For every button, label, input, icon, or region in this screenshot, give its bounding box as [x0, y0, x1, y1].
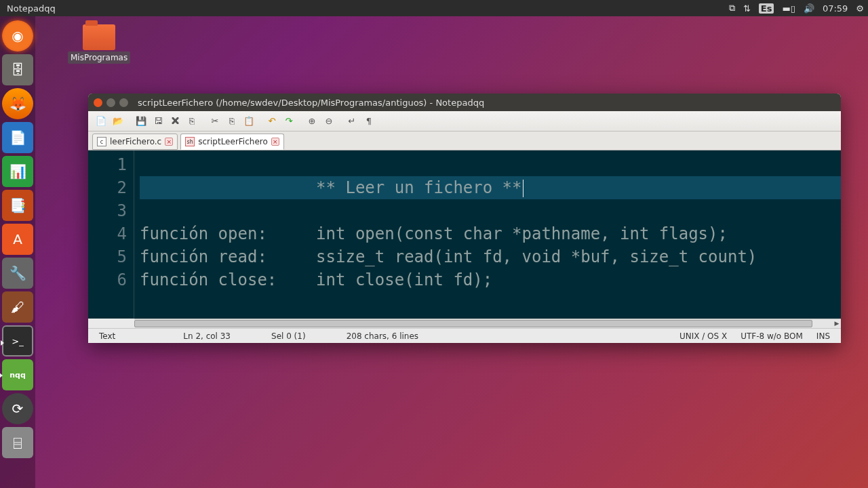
line-number-gutter: 123456 — [88, 150, 134, 319]
desktop-folder-misprogramas[interactable]: MisProgramas — [68, 24, 130, 62]
launcher-settings[interactable]: 🔧 — [2, 258, 33, 289]
window-minimize-button[interactable] — [106, 98, 115, 107]
code-line[interactable]: función open: int open(const char *pathn… — [140, 222, 841, 245]
text-caret — [523, 180, 524, 197]
window-titlebar[interactable]: scriptLeerFichero (/home/swdev/Desktop/M… — [88, 94, 841, 111]
toolbar: 📄 📂 💾 🖫 🗙 ⎘ ✂ ⎘ 📋 ↶ ↷ ⊕ ⊖ ↵ ¶ — [88, 111, 841, 131]
save-button[interactable]: 💾 — [134, 114, 149, 129]
paste-button[interactable]: 📋 — [241, 114, 256, 129]
file-icon: sh — [185, 137, 195, 146]
launcher-brush[interactable]: 🖌 — [2, 291, 33, 323]
launcher-drive[interactable]: ⌸ — [2, 427, 33, 458]
status-language[interactable]: Text — [92, 331, 122, 341]
notepadqq-window: scriptLeerFichero (/home/swdev/Desktop/M… — [88, 94, 841, 343]
launcher-firefox[interactable]: 🦊 — [2, 88, 33, 119]
tab-leerfichero-c[interactable]: c leerFichero.c × — [92, 134, 178, 150]
editor-area[interactable]: 123456 ** Leer un fichero **función open… — [88, 150, 841, 319]
window-close-button[interactable] — [94, 98, 102, 107]
launcher-dash[interactable]: ◉ — [2, 20, 33, 52]
battery-icon[interactable]: ▬▯ — [782, 3, 795, 14]
launcher-files[interactable]: 🗄 — [2, 54, 33, 85]
folder-icon — [83, 24, 115, 50]
tab-label: leerFichero.c — [110, 137, 161, 146]
network-icon[interactable]: ⇅ — [743, 3, 751, 14]
code-line[interactable]: función read: ssize_t read(int fd, void … — [140, 245, 841, 268]
show-symbols-button[interactable]: ¶ — [361, 114, 376, 129]
clock[interactable]: 07:59 — [823, 3, 848, 14]
code-content[interactable]: ** Leer un fichero **función open: int o… — [134, 150, 841, 319]
word-wrap-button[interactable]: ↵ — [344, 114, 359, 129]
code-line[interactable]: función close: int close(int fd); — [140, 268, 841, 291]
horizontal-scrollbar[interactable]: ▶ — [134, 319, 841, 328]
window-title: scriptLeerFichero (/home/swdev/Desktop/M… — [138, 98, 484, 108]
launcher-software[interactable]: A — [2, 224, 33, 255]
scrollbar-thumb[interactable] — [134, 320, 812, 327]
copy-button[interactable]: ⎘ — [224, 114, 239, 129]
system-menubar: Notepadqq ⧉ ⇅ Es ▬▯ 🔊 07:59 ⚙ — [0, 0, 868, 16]
status-char-count: 208 chars, 6 lines — [340, 331, 425, 341]
launcher-impress[interactable]: 📑 — [2, 190, 33, 221]
tab-close-button[interactable]: × — [271, 138, 279, 146]
code-line[interactable] — [140, 153, 841, 176]
tab-close-button[interactable]: × — [165, 138, 173, 146]
close-all-button[interactable]: ⎘ — [184, 114, 199, 129]
desktop-folder-label: MisProgramas — [68, 52, 130, 64]
zoom-in-button[interactable]: ⊕ — [304, 114, 319, 129]
new-file-button[interactable]: 📄 — [94, 114, 108, 129]
status-cursor-position: Ln 2, col 33 — [176, 331, 237, 341]
cut-button[interactable]: ✂ — [208, 114, 222, 129]
system-tray: ⧉ ⇅ Es ▬▯ 🔊 07:59 ⚙ — [729, 3, 864, 14]
launcher-notepadqq[interactable]: nqq — [2, 359, 33, 390]
status-encoding[interactable]: UTF-8 w/o BOM — [734, 331, 810, 341]
open-button[interactable]: 📂 — [111, 114, 125, 129]
launcher-calc[interactable]: 📊 — [2, 156, 33, 187]
volume-icon[interactable]: 🔊 — [804, 3, 814, 14]
status-line-endings[interactable]: UNIX / OS X — [673, 331, 734, 341]
status-insert-mode[interactable]: INS — [810, 331, 837, 341]
tab-scriptleerfichero[interactable]: sh scriptLeerFichero × — [180, 134, 284, 150]
unity-launcher: ◉ 🗄 🦊 📄 📊 📑 A 🔧 🖌 >_ nqq ⟳ ⌸ — [0, 16, 35, 488]
file-icon: c — [97, 137, 106, 146]
screencast-icon[interactable]: ⧉ — [729, 3, 735, 14]
tab-label: scriptLeerFichero — [198, 137, 268, 146]
scroll-right-arrow[interactable]: ▶ — [833, 320, 841, 327]
code-line[interactable]: ** Leer un fichero ** — [140, 176, 841, 199]
launcher-updater[interactable]: ⟳ — [2, 393, 33, 424]
launcher-terminal[interactable]: >_ — [2, 325, 33, 357]
status-selection: Sel 0 (1) — [264, 331, 313, 341]
code-line[interactable] — [140, 199, 841, 222]
redo-button[interactable]: ↷ — [281, 114, 296, 129]
undo-button[interactable]: ↶ — [264, 114, 279, 129]
save-all-button[interactable]: 🖫 — [151, 114, 165, 129]
window-maximize-button[interactable] — [119, 98, 128, 107]
gear-icon[interactable]: ⚙ — [856, 3, 864, 14]
zoom-out-button[interactable]: ⊖ — [321, 114, 336, 129]
tab-bar: c leerFichero.c × sh scriptLeerFichero × — [88, 131, 841, 150]
launcher-writer[interactable]: 📄 — [2, 122, 33, 153]
status-bar: Text Ln 2, col 33 Sel 0 (1) 208 chars, 6… — [88, 328, 841, 343]
keyboard-layout-indicator[interactable]: Es — [759, 3, 774, 14]
active-app-name: Notepadqq — [7, 3, 56, 14]
close-file-button[interactable]: 🗙 — [167, 114, 182, 129]
